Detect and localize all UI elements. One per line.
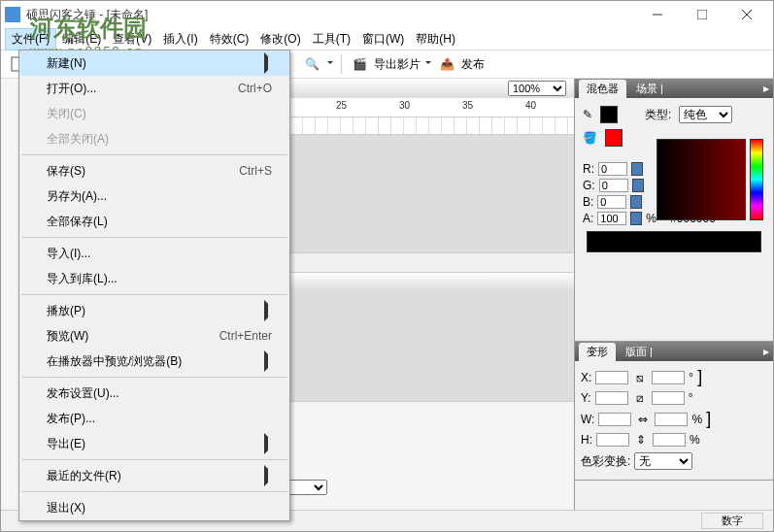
export-movie-icon[interactable]: 🎬 [349, 53, 370, 75]
export-movie-label[interactable]: 导出影片 [374, 56, 421, 73]
type-select[interactable]: 纯色 [679, 106, 732, 123]
y-input[interactable] [595, 391, 628, 405]
menu-item-pub-settings[interactable]: 发布设置(U)... [19, 381, 289, 406]
pct-label: % [691, 413, 702, 426]
a-input[interactable] [597, 212, 626, 225]
deg-label: ° [689, 391, 693, 405]
scale-h-input[interactable] [653, 433, 686, 447]
scale-w-input[interactable] [655, 413, 688, 426]
bracket-icon: ] [697, 367, 702, 387]
b-input[interactable] [597, 195, 626, 209]
svg-rect-1 [697, 10, 707, 19]
window-title: 硕思闪客之锤 - [未命名] [26, 7, 635, 23]
r-input[interactable] [598, 162, 627, 176]
skew-y-icon: ⧄ [632, 391, 648, 405]
menu-item-publish[interactable]: 发布(P)... [19, 406, 289, 431]
zoom-control: 100% [508, 81, 566, 96]
stroke-swatch[interactable] [600, 106, 618, 123]
mixer-panel: 混色器 场景 | ▸ ✎ 类型: 纯色 🪣 R: G: B: [575, 79, 773, 342]
menu-help[interactable]: 帮助(H) [410, 29, 461, 50]
menu-separator [21, 377, 287, 378]
hue-strip[interactable] [750, 139, 763, 220]
menu-item-preview-in[interactable]: 在播放器中预览/浏览器(B) [19, 349, 289, 374]
menu-item-exit[interactable]: 退出(X) [19, 495, 289, 520]
menu-item-play[interactable]: 播放(P) [19, 298, 289, 323]
x-label: X: [581, 371, 591, 384]
scale-w-icon: ⇔ [635, 413, 651, 426]
menu-item-open[interactable]: 打开(O)...Ctrl+O [19, 76, 289, 101]
fill-swatch[interactable] [605, 129, 623, 147]
menu-item-recent[interactable]: 最近的文件(R) [19, 463, 289, 488]
menu-modify[interactable]: 修改(O) [254, 29, 306, 50]
color-result-swatch [587, 231, 761, 252]
submenu-arrow-icon [264, 437, 272, 450]
pencil-icon[interactable]: ✎ [583, 108, 592, 121]
menu-edit[interactable]: 编辑(E) [56, 29, 107, 50]
menu-item-save-all[interactable]: 全部保存(L) [19, 209, 289, 234]
menu-item-close-all[interactable]: 全部关闭(A) [19, 126, 289, 151]
publish-label[interactable]: 发布 [461, 56, 485, 73]
tab-scene[interactable]: 场景 | [628, 80, 671, 98]
right-panels: 混色器 场景 | ▸ ✎ 类型: 纯色 🪣 R: G: B: [574, 79, 773, 510]
tab-mixer[interactable]: 混色器 [579, 80, 626, 98]
color-trans-select[interactable]: 无 [634, 452, 692, 470]
spinner[interactable] [632, 179, 644, 192]
h-label: H: [581, 433, 592, 447]
tab-layout[interactable]: 版面 | [618, 343, 660, 361]
bucket-icon[interactable]: 🪣 [583, 131, 597, 145]
color-picker[interactable] [656, 139, 746, 220]
separator [341, 54, 342, 74]
menu-separator [21, 154, 287, 155]
menu-window[interactable]: 窗口(W) [356, 29, 410, 50]
titlebar: 硕思闪客之锤 - [未命名] [1, 1, 773, 28]
ruler-tick: 30 [399, 100, 410, 111]
r-label: R: [583, 162, 594, 176]
spinner[interactable] [630, 195, 642, 209]
menu-item-close[interactable]: 关闭(C) [19, 101, 289, 126]
pct-label: % [690, 433, 700, 447]
maximize-button[interactable] [680, 1, 724, 28]
menu-tools[interactable]: 工具(T) [307, 29, 356, 50]
skew-x-input[interactable] [652, 371, 685, 384]
menu-file[interactable]: 文件(F) [5, 28, 56, 50]
menu-insert[interactable]: 插入(I) [157, 29, 203, 50]
panel-menu-icon[interactable]: ▸ [763, 345, 769, 358]
color-trans-label: 色彩变换: [581, 453, 630, 470]
spinner[interactable] [631, 162, 643, 176]
menu-item-save-as[interactable]: 另存为(A)... [19, 183, 289, 209]
zoom-dropdown[interactable] [326, 53, 334, 75]
h-input[interactable] [596, 433, 629, 447]
menu-view[interactable]: 查看(V) [107, 29, 157, 50]
publish-icon[interactable]: 📤 [436, 53, 457, 75]
menu-separator [21, 237, 287, 238]
menu-item-import-lib[interactable]: 导入到库(L)... [19, 266, 289, 291]
tab-transform[interactable]: 变形 [579, 343, 616, 361]
g-input[interactable] [599, 179, 628, 192]
skew-x-icon: ⧅ [632, 371, 648, 384]
submenu-arrow-icon [264, 469, 272, 482]
menubar: 文件(F) 编辑(E) 查看(V) 插入(I) 特效(C) 修改(O) 工具(T… [1, 28, 773, 50]
menu-item-export[interactable]: 导出(E) [19, 431, 289, 456]
type-label: 类型: [645, 107, 671, 123]
ruler-tick: 40 [525, 100, 536, 111]
g-label: G: [583, 179, 595, 192]
close-button[interactable] [724, 1, 769, 28]
menu-item-save[interactable]: 保存(S)Ctrl+S [19, 158, 289, 183]
transform-tabs: 变形 版面 | ▸ [575, 342, 773, 361]
zoom-select[interactable]: 100% [508, 81, 566, 96]
zoom-icon[interactable]: 🔍 [301, 53, 322, 75]
export-dropdown[interactable] [424, 53, 432, 75]
spinner[interactable] [630, 212, 642, 225]
app-icon [5, 7, 20, 22]
menu-item-preview[interactable]: 预览(W)Ctrl+Enter [19, 323, 289, 349]
w-input[interactable] [598, 413, 631, 426]
menu-effects[interactable]: 特效(C) [204, 29, 255, 50]
b-label: B: [583, 195, 593, 209]
x-input[interactable] [595, 371, 628, 384]
panel-menu-icon[interactable]: ▸ [763, 82, 769, 95]
menu-item-new[interactable]: 新建(N) [19, 50, 289, 76]
minimize-button[interactable] [635, 1, 680, 28]
menu-item-import[interactable]: 导入(I)... [19, 241, 289, 266]
scale-h-icon: ⇕ [633, 433, 649, 447]
skew-y-input[interactable] [652, 391, 685, 405]
